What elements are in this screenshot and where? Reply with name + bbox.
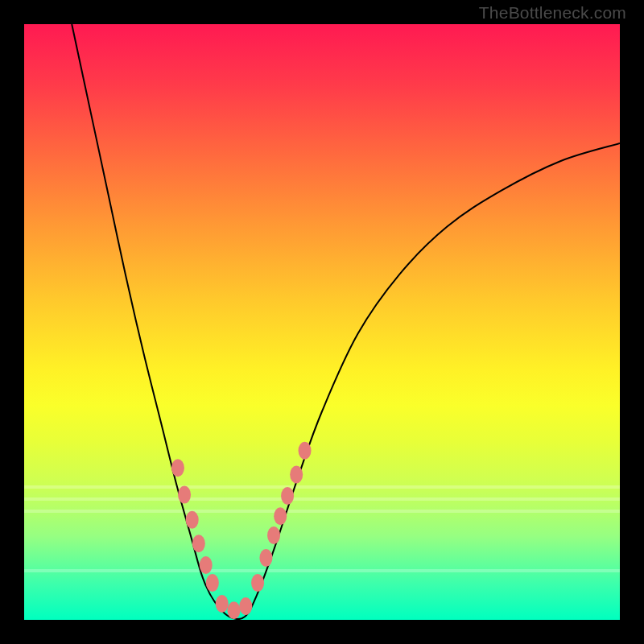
curve-svg bbox=[24, 24, 620, 620]
marker-right bbox=[281, 487, 294, 505]
marker-right bbox=[267, 526, 280, 544]
marker-right bbox=[251, 574, 264, 592]
plot-area bbox=[24, 24, 620, 620]
marker-left bbox=[186, 511, 199, 529]
marker-right bbox=[259, 549, 272, 567]
marker-right bbox=[299, 442, 312, 460]
watermark-text: TheBottleneck.com bbox=[479, 3, 626, 23]
marker-bottom bbox=[239, 597, 252, 615]
marker-bottom bbox=[216, 595, 229, 613]
v-curve bbox=[72, 24, 620, 619]
marker-left bbox=[192, 535, 205, 552]
marker-bottom bbox=[227, 601, 240, 619]
marker-left bbox=[206, 574, 219, 592]
marker-left bbox=[178, 486, 191, 504]
marker-right bbox=[274, 507, 287, 525]
marker-left bbox=[200, 556, 213, 574]
marker-left bbox=[171, 459, 184, 477]
chart-frame: TheBottleneck.com bbox=[0, 0, 644, 644]
marker-right bbox=[290, 465, 303, 483]
